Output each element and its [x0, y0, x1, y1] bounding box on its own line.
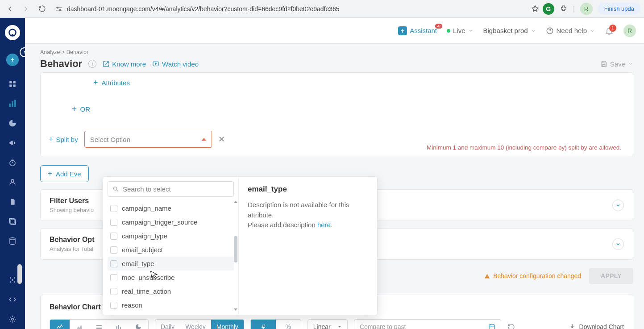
- svg-point-16: [10, 277, 11, 279]
- assistant-button[interactable]: + Assistant AI: [398, 26, 437, 35]
- need-help-menu[interactable]: Need help: [546, 27, 595, 35]
- svg-point-21: [12, 318, 14, 321]
- svg-rect-5: [13, 81, 16, 83]
- area-chart-icon[interactable]: [70, 320, 89, 329]
- apply-button[interactable]: APPLY: [589, 268, 633, 284]
- user-nav-icon[interactable]: [0, 172, 25, 192]
- breadcrumb-root[interactable]: Analyze: [40, 49, 60, 55]
- period-daily[interactable]: Daily: [155, 320, 180, 329]
- dropdown-search-input[interactable]: Search to select: [108, 181, 234, 197]
- svg-point-15: [10, 238, 15, 240]
- compare-to-past-input[interactable]: Compare to past: [354, 319, 501, 329]
- option-moe-unsubscribe[interactable]: moe_unsubscribe: [108, 271, 234, 284]
- option-campaign-trigger-source[interactable]: campaign_trigger_source: [108, 215, 234, 229]
- chevron-down-icon: [468, 28, 474, 33]
- caret-down-icon: [337, 325, 342, 329]
- notification-count: 1: [609, 25, 616, 32]
- checkbox-icon: [110, 246, 117, 254]
- org-switcher[interactable]: Bigbasket prod: [483, 27, 536, 34]
- watch-video-link[interactable]: Watch video: [152, 60, 199, 68]
- settings-nav-icon[interactable]: [0, 309, 25, 329]
- assistant-ai-badge: AI: [435, 24, 442, 29]
- browser-profile-avatar[interactable]: R: [580, 3, 593, 15]
- option-campaign-name[interactable]: campaign_name: [108, 201, 234, 215]
- chevron-down-icon: [628, 61, 633, 67]
- dropdown-scrollbar[interactable]: [234, 201, 237, 311]
- add-description-link[interactable]: here: [317, 221, 331, 229]
- svg-rect-4: [9, 81, 12, 83]
- expand-filter-users-icon[interactable]: [612, 200, 624, 211]
- analytics-nav-icon[interactable]: [0, 94, 25, 113]
- save-button[interactable]: Save: [600, 60, 633, 68]
- add-event-button[interactable]: + Add Eve: [40, 165, 89, 182]
- help-icon: [546, 27, 554, 35]
- notifications-button[interactable]: 1: [605, 26, 614, 35]
- stacked-bar-icon[interactable]: [89, 320, 109, 329]
- search-placeholder: Search to select: [123, 185, 171, 193]
- reload-button[interactable]: [36, 3, 48, 15]
- app-logo[interactable]: [5, 25, 20, 40]
- code-nav-icon[interactable]: [0, 290, 25, 309]
- site-settings-icon: [55, 5, 62, 12]
- option-email-type[interactable]: email_type: [108, 257, 234, 271]
- split-by-label[interactable]: + Split by: [49, 135, 78, 144]
- info-icon[interactable]: i: [88, 60, 96, 68]
- layers-nav-icon[interactable]: [0, 212, 25, 231]
- bookmark-star-icon[interactable]: [531, 5, 539, 13]
- svg-rect-27: [489, 325, 494, 329]
- svg-rect-26: [120, 327, 121, 329]
- expand-behavior-options-icon[interactable]: [612, 238, 624, 250]
- option-real-time-action[interactable]: real_time_action: [108, 284, 234, 298]
- value-count[interactable]: #: [251, 320, 276, 329]
- line-chart-icon[interactable]: [50, 320, 70, 329]
- chart-type-segments: [50, 319, 149, 329]
- chevron-down-icon: [590, 28, 595, 33]
- query-builder-panel: + Attributes + OR + Split by Select Opti…: [40, 72, 633, 157]
- scale-select[interactable]: Linear: [307, 319, 348, 329]
- forward-button[interactable]: [20, 3, 32, 15]
- split-by-select[interactable]: Select Option: [84, 131, 212, 148]
- know-more-link[interactable]: Know more: [103, 60, 146, 68]
- behavior-options-title: Behavior Opt: [50, 236, 94, 244]
- reset-compare-icon[interactable]: [507, 323, 515, 329]
- download-chart-link[interactable]: Download Chart: [569, 323, 624, 329]
- svg-point-3: [12, 34, 13, 36]
- option-campaign-type[interactable]: campaign_type: [108, 229, 234, 243]
- pie-chart-icon[interactable]: [129, 320, 148, 329]
- scroll-thumb[interactable]: [234, 236, 237, 262]
- env-label: Live: [453, 27, 465, 34]
- period-weekly[interactable]: Weekly: [180, 320, 211, 329]
- scroll-down-icon[interactable]: [234, 308, 237, 311]
- option-email-subject[interactable]: email_subject: [108, 243, 234, 257]
- add-attributes-link[interactable]: + Attributes: [93, 78, 625, 87]
- url-text: dashboard-01.moengage.com/v4/#/analytics…: [67, 5, 340, 12]
- caret-up-icon: [202, 138, 206, 141]
- add-or-condition[interactable]: + OR: [72, 104, 625, 114]
- create-button[interactable]: +: [0, 50, 25, 70]
- pie-nav-icon[interactable]: [0, 113, 25, 133]
- svg-point-0: [57, 7, 58, 8]
- option-reason[interactable]: reason: [108, 298, 234, 311]
- database-nav-icon[interactable]: [0, 231, 25, 251]
- value-percent[interactable]: %: [276, 320, 301, 329]
- clear-split-by-icon[interactable]: ✕: [218, 134, 225, 144]
- warning-icon: [484, 273, 490, 279]
- split-by-warning: Minimum 1 and maximum 10 (including comp…: [427, 144, 621, 151]
- grammarly-extension-icon[interactable]: G: [543, 3, 554, 15]
- period-monthly[interactable]: Monthly: [211, 320, 244, 329]
- bar-chart-icon[interactable]: [109, 320, 129, 329]
- finish-update-button[interactable]: Finish upda: [598, 3, 640, 15]
- file-nav-icon[interactable]: [0, 192, 25, 212]
- address-bar[interactable]: dashboard-01.moengage.com/v4/#/analytics…: [52, 5, 528, 12]
- download-icon: [569, 323, 576, 329]
- sparkle-nav-icon[interactable]: [0, 270, 25, 290]
- user-avatar[interactable]: R: [623, 25, 636, 37]
- extensions-icon[interactable]: [560, 5, 568, 13]
- stopwatch-nav-icon[interactable]: [0, 153, 25, 172]
- back-button[interactable]: [4, 3, 16, 15]
- svg-point-12: [11, 179, 14, 182]
- env-switcher[interactable]: Live: [447, 27, 474, 34]
- megaphone-nav-icon[interactable]: [0, 133, 25, 153]
- dashboard-nav-icon[interactable]: [0, 74, 25, 94]
- scroll-up-icon[interactable]: [234, 201, 237, 203]
